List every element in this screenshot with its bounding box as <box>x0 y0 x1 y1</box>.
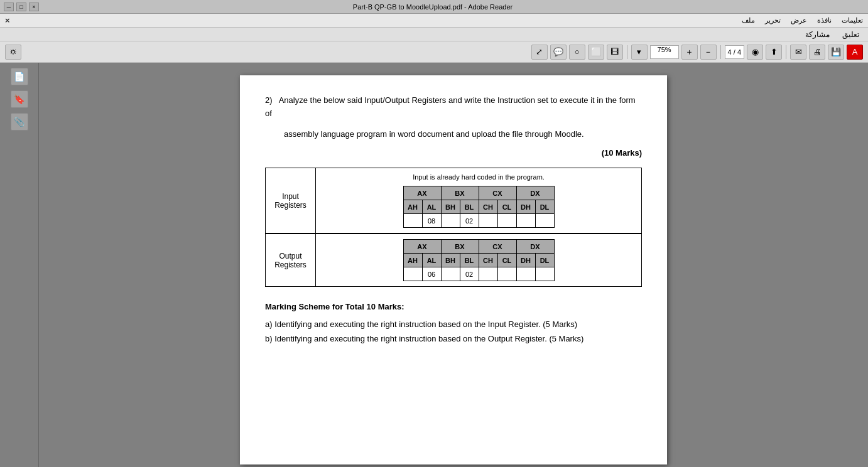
marking-point-b: b) Identifying and executing the right i… <box>265 331 642 346</box>
zoom-out-btn[interactable]: － <box>700 45 717 60</box>
output-inner-cell: AX BX CX DX AH AL BH BL CH <box>316 234 642 287</box>
output-register-table: AX BX CX DX AH AL BH BL CH <box>403 239 555 281</box>
input-data-6 <box>516 214 535 228</box>
next-page-btn[interactable]: ⬆ <box>766 45 782 60</box>
marks: (10 Marks) <box>265 148 642 158</box>
prev-page-btn[interactable]: ◉ <box>747 45 763 60</box>
input-data-3: 02 <box>460 214 479 228</box>
sidebar-bookmark-icon[interactable]: 🔖 <box>11 90 28 108</box>
menu-tahreer[interactable]: تحرير <box>765 16 781 24</box>
output-ax-header: AX <box>403 240 441 254</box>
dropdown-btn[interactable]: ▾ <box>631 45 648 60</box>
input-cx-header: CX <box>479 186 516 200</box>
tb-btn-1[interactable]: ⛭ <box>5 45 21 60</box>
input-bh: BH <box>441 200 460 214</box>
page-total: 4 <box>737 48 741 56</box>
select-tool-btn[interactable]: ⤢ <box>531 45 548 60</box>
content-area: 2) Analyze the below said Input/Output R… <box>39 63 868 467</box>
marking-title: Marking Scheme for Total 10 Marks: <box>265 299 642 314</box>
output-registers-outer-table: Output Registers AX BX CX DX <box>265 234 642 287</box>
input-label-line1: Input <box>282 192 299 201</box>
output-dl: DL <box>535 254 554 267</box>
output-data-row: 06 02 <box>403 267 554 281</box>
page-slash: / <box>732 48 737 56</box>
input-note: Input is already hard coded in the progr… <box>323 173 634 181</box>
input-data-7 <box>535 214 554 228</box>
menu-taleemat[interactable]: تعليمات <box>842 16 863 24</box>
minimize-btn[interactable]: ─ <box>4 3 14 11</box>
print-preview-btn[interactable]: ⬜ <box>588 45 604 60</box>
menu-nafitha[interactable]: نافذة <box>817 16 832 24</box>
input-inner-cell: Input is already hard coded in the progr… <box>316 168 642 234</box>
maximize-btn[interactable]: □ <box>16 3 26 11</box>
print-btn[interactable]: 🖨 <box>809 45 825 60</box>
input-header-16: AX BX CX DX <box>403 186 554 200</box>
input-header-8: AH AL BH BL CH CL DH DL <box>403 200 554 214</box>
output-data-3: 02 <box>460 267 479 281</box>
separator-2 <box>720 45 721 59</box>
close-btn[interactable]: × <box>29 3 39 11</box>
output-header-8: AH AL BH BL CH CL DH DL <box>403 254 554 267</box>
input-dl: DL <box>535 200 554 214</box>
menu-milaf[interactable]: ملف <box>742 16 755 24</box>
menu-ard[interactable]: عرض <box>791 16 807 24</box>
input-register-table: AX BX CX DX AH AL BH BL CH <box>403 186 555 228</box>
output-label-line1: Output <box>279 252 301 260</box>
toolbar-left: ⛭ <box>5 45 21 60</box>
input-registers-outer-table: Input Registers Input is already hard co… <box>265 168 642 234</box>
output-ch: CH <box>479 254 497 267</box>
output-data-7 <box>535 267 554 281</box>
title-bar: ─ □ × Part-B QP-GB to MoodleUpload.pdf -… <box>0 0 868 14</box>
input-label-cell: Input Registers <box>266 168 316 234</box>
output-dh: DH <box>516 254 535 267</box>
email-btn[interactable]: ✉ <box>790 45 806 60</box>
input-al: AL <box>422 200 441 214</box>
input-data-2 <box>441 214 460 228</box>
output-bl: BL <box>460 254 479 267</box>
sidebar-attach-icon[interactable]: 📎 <box>11 113 28 131</box>
title-bar-controls[interactable]: ─ □ × <box>4 3 39 11</box>
input-bl: BL <box>460 200 479 214</box>
tab-musharka[interactable]: مشاركة <box>801 29 833 40</box>
input-dh: DH <box>516 200 535 214</box>
marking-section: Marking Scheme for Total 10 Marks: a) Id… <box>265 299 642 346</box>
film-btn[interactable]: 🎞 <box>607 45 623 60</box>
question-number: 2) <box>265 95 273 105</box>
page-info: 4 / 4 <box>725 45 744 59</box>
adobe-btn[interactable]: A <box>847 45 863 60</box>
main-area: 📄 🔖 📎 2) Analyze the below said Input/Ou… <box>0 63 868 467</box>
zoom-level[interactable]: 75% <box>650 45 679 59</box>
input-ch: CH <box>479 200 497 214</box>
save-btn[interactable]: 💾 <box>828 45 844 60</box>
output-data-6 <box>516 267 535 281</box>
sidebar-page-icon[interactable]: 📄 <box>11 68 28 85</box>
question-text: 2) Analyze the below said Input/Output R… <box>265 94 642 121</box>
comment-btn[interactable]: 💬 <box>550 45 567 60</box>
input-bx-header: BX <box>441 186 479 200</box>
sidebar: 📄 🔖 📎 <box>0 63 39 467</box>
output-data-0 <box>403 267 422 281</box>
pdf-page: 2) Analyze the below said Input/Output R… <box>240 75 667 464</box>
output-bx-header: BX <box>441 240 479 254</box>
tab-taleeq[interactable]: تعليق <box>838 29 863 40</box>
toolbar-right: ⤢ 💬 ○ ⬜ 🎞 ▾ 75% ＋ － 4 / 4 ◉ ⬆ ✉ 🖨 💾 A <box>531 45 863 60</box>
output-ah: AH <box>403 254 422 267</box>
output-data-5 <box>497 267 516 281</box>
menu-bar: تعليمات نافذة عرض تحرير ملف × <box>0 14 868 28</box>
input-ah: AH <box>403 200 422 214</box>
output-data-1: 06 <box>422 267 441 281</box>
chat-btn[interactable]: ○ <box>569 45 585 60</box>
output-label-line2: Registers <box>274 260 307 269</box>
output-data-4 <box>479 267 497 281</box>
zoom-in-btn[interactable]: ＋ <box>681 45 698 60</box>
input-label-line2: Registers <box>274 201 307 210</box>
separator-1 <box>627 45 627 59</box>
input-cl: CL <box>497 200 516 214</box>
input-data-4 <box>479 214 497 228</box>
close-icon[interactable]: × <box>5 16 10 25</box>
output-header-16: AX BX CX DX <box>403 240 554 254</box>
menu-close[interactable]: × <box>5 16 10 25</box>
input-data-1: 08 <box>422 214 441 228</box>
input-ax-header: AX <box>403 186 441 200</box>
output-dx-header: DX <box>516 240 554 254</box>
